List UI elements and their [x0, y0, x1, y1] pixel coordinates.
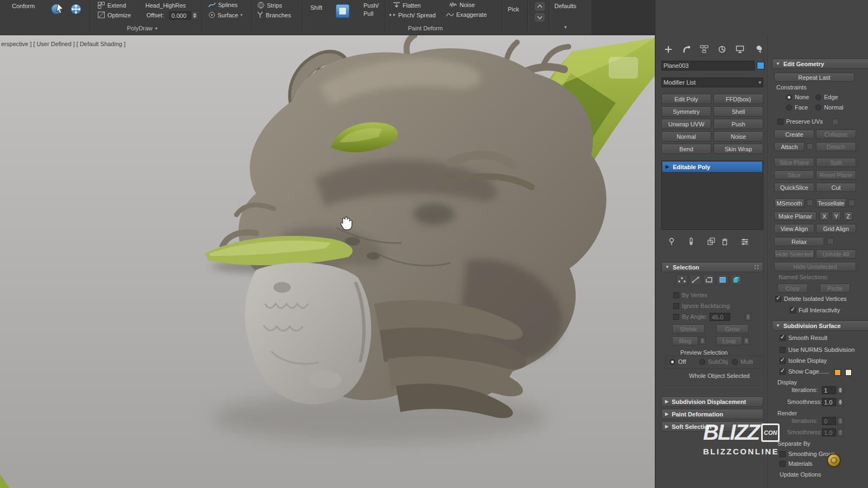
copy-button[interactable]: Copy: [777, 284, 808, 293]
slice-plane-button[interactable]: Slice Plane: [774, 158, 814, 167]
cut-button[interactable]: Cut: [816, 183, 856, 192]
stack-item-editable-poly[interactable]: ▶ Editable Poly: [662, 162, 762, 172]
render-iterations-field[interactable]: 0: [822, 417, 836, 425]
smooth-result-checkbox[interactable]: ✓Smooth Result: [780, 335, 827, 341]
display-smoothness-spinner[interactable]: [837, 398, 844, 406]
modifier-button[interactable]: Noise: [713, 131, 763, 142]
hierarchy-tab-icon[interactable]: [699, 44, 710, 54]
viewport-label[interactable]: erspective ] [ User Defined ] [ Default …: [1, 41, 125, 47]
preserve-uvs-checkbox[interactable]: Preserve UVs: [777, 118, 823, 125]
subobject-polygon-button[interactable]: [717, 274, 729, 285]
create-tab-icon[interactable]: [663, 44, 674, 54]
show-cage-checkbox[interactable]: ✓Show Cage......: [780, 368, 829, 375]
constraint-normal-radio[interactable]: Normal: [815, 104, 843, 111]
create-button[interactable]: Create: [774, 130, 814, 139]
pin-stack-icon[interactable]: [666, 236, 677, 246]
slice-button[interactable]: Slice: [774, 170, 814, 179]
modify-tab-icon[interactable]: [681, 44, 692, 54]
modifier-button[interactable]: Shell: [713, 106, 763, 117]
defaults-button[interactable]: Defaults: [554, 3, 576, 9]
motion-tab-icon[interactable]: [717, 44, 727, 54]
planar-x-button[interactable]: X: [820, 211, 829, 221]
detach-button[interactable]: Detach: [816, 142, 856, 151]
modifier-button[interactable]: Symmetry: [661, 106, 711, 117]
by-angle-spinner[interactable]: [745, 313, 751, 321]
tessellate-settings-icon[interactable]: [848, 200, 855, 206]
make-planar-button[interactable]: Make Planar: [774, 211, 816, 221]
view-align-button[interactable]: View Align: [774, 224, 814, 233]
collapse-button[interactable]: Collapse: [816, 130, 856, 139]
by-angle-checkbox[interactable]: By Angle:: [673, 313, 707, 320]
exaggerate-button[interactable]: Exaggerate: [446, 11, 487, 18]
subobject-edge-button[interactable]: [690, 274, 701, 285]
rollout-selection[interactable]: ▼ Selection: [661, 262, 763, 272]
render-smoothness-field[interactable]: 1.0: [822, 428, 836, 436]
remove-modifier-icon[interactable]: [719, 236, 730, 246]
surface-button[interactable]: Surface ▾: [208, 11, 242, 18]
hide-unselected-button[interactable]: Hide Unselected: [774, 262, 856, 271]
splines-button[interactable]: Splines: [208, 2, 238, 8]
defaults-caret-icon[interactable]: ▾: [564, 24, 567, 30]
show-end-result-icon[interactable]: [686, 236, 697, 246]
cage-color-swatch[interactable]: [834, 369, 841, 376]
preserve-uvs-settings-icon[interactable]: [832, 119, 839, 125]
modifier-button[interactable]: FFD(box): [713, 94, 763, 104]
utilities-tab-icon[interactable]: [752, 44, 763, 54]
panel-toggle-up-icon[interactable]: [535, 2, 545, 11]
render-iterations-spinner[interactable]: [837, 417, 844, 425]
display-iterations-field[interactable]: 1: [822, 386, 836, 394]
make-unique-icon[interactable]: [706, 236, 717, 246]
by-vertex-checkbox[interactable]: By Vertex: [673, 292, 707, 298]
loop-spinner[interactable]: [743, 337, 750, 345]
modifier-list-dropdown[interactable]: Modifier List ▾: [661, 78, 763, 87]
split-button[interactable]: Split: [816, 158, 856, 167]
relax-settings-icon[interactable]: [827, 238, 834, 245]
preview-off-radio[interactable]: Off: [669, 358, 686, 365]
msmooth-settings-icon[interactable]: [807, 200, 813, 206]
unhide-all-button[interactable]: Unhide All: [816, 249, 856, 259]
subobject-element-button[interactable]: [730, 274, 742, 285]
attach-settings-icon[interactable]: [807, 143, 813, 150]
constraint-edge-radio[interactable]: Edge: [815, 94, 838, 100]
use-nurms-checkbox[interactable]: Use NURMS Subdivision: [780, 346, 854, 353]
noise-button[interactable]: Noise: [449, 2, 475, 8]
isoline-display-checkbox[interactable]: ✓Isoline Display: [780, 357, 827, 364]
strips-button[interactable]: Strips: [257, 2, 282, 9]
head-highres-button[interactable]: Head_HighRes: [145, 2, 186, 9]
rollout-edit-geometry[interactable]: ▼ Edit Geometry: [772, 59, 868, 69]
paint-deform-section-title[interactable]: Paint Deform: [408, 25, 443, 31]
by-angle-field[interactable]: 45.0: [710, 313, 730, 321]
planar-y-button[interactable]: Y: [832, 211, 841, 221]
offset-field[interactable]: 0.000: [169, 11, 191, 20]
polydraw-section-title[interactable]: PolyDraw ▾: [127, 25, 157, 31]
shift-brush-icon[interactable]: [335, 4, 350, 19]
configure-modifier-sets-icon[interactable]: [739, 236, 750, 246]
paste-button[interactable]: Paste: [820, 284, 850, 293]
viewport[interactable]: erspective ] [ User Defined ] [ Default …: [0, 35, 655, 488]
modifier-stack[interactable]: ▶ Editable Poly: [661, 160, 763, 230]
reset-plane-button[interactable]: Reset Plane: [816, 170, 856, 179]
full-interactivity-checkbox[interactable]: ✓Full Interactivity: [790, 307, 840, 313]
attach-button[interactable]: Attach: [774, 142, 805, 151]
grow-button[interactable]: Grow: [716, 324, 749, 333]
msmooth-button[interactable]: MSmooth: [774, 198, 805, 208]
optimize-button[interactable]: Optimize: [98, 11, 131, 18]
rollout-paint-deformation[interactable]: ▶ Paint Deformation: [661, 409, 763, 419]
conform-move-brush-icon[interactable]: [69, 2, 85, 16]
pinch-spread-button[interactable]: Pinch/ Spread: [388, 11, 436, 18]
modifier-button[interactable]: Bend: [661, 144, 711, 154]
conform-brush-icon[interactable]: [50, 2, 65, 16]
display-tab-icon[interactable]: [735, 44, 745, 54]
tessellate-button[interactable]: Tessellate: [816, 198, 846, 208]
push-pull-label-top[interactable]: Push/: [363, 2, 379, 9]
display-smoothness-field[interactable]: 1.0: [822, 398, 836, 406]
ring-button[interactable]: Ring: [672, 336, 698, 345]
render-smoothness-spinner[interactable]: [837, 428, 844, 436]
subobject-vertex-button[interactable]: [676, 274, 688, 285]
modifier-button[interactable]: Normal: [661, 131, 711, 142]
preview-subobj-radio[interactable]: SubObj: [699, 358, 728, 365]
ring-spinner[interactable]: [699, 337, 706, 345]
preview-multi-radio[interactable]: Multi: [732, 358, 753, 365]
modifier-button[interactable]: Push: [713, 119, 763, 129]
viewcube-ghost[interactable]: [609, 57, 638, 79]
